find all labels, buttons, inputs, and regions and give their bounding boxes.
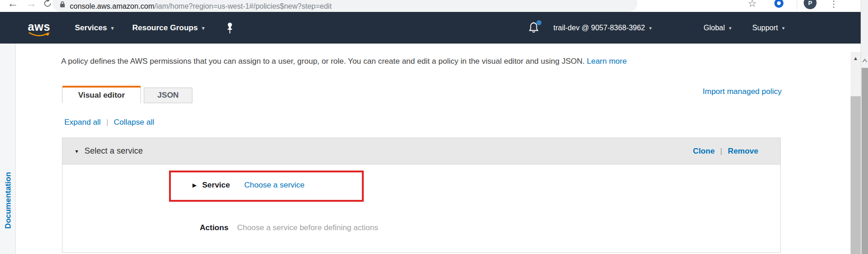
browser-menu-icon[interactable]: ⋮ [829, 0, 838, 10]
editor-tabs: Visual editor JSON [62, 86, 192, 103]
service-label: Service [202, 181, 230, 190]
refresh-icon[interactable] [43, 0, 52, 10]
expand-collapse-row: Expand all | Collapse all [64, 118, 154, 127]
panel-body: ▶ Service Choose a service Actions Choos… [62, 165, 780, 253]
pin-icon[interactable] [226, 22, 234, 34]
nav-resource-groups-menu[interactable]: Resource Groups ▾ [132, 23, 204, 33]
remove-link[interactable]: Remove [728, 147, 758, 156]
actions-label: Actions [200, 223, 228, 232]
scroll-up-arrow-icon[interactable]: ▲ [851, 52, 861, 65]
chevron-down-icon: ▾ [729, 25, 732, 31]
profile-avatar[interactable]: P [804, 0, 817, 9]
clone-link[interactable]: Clone [693, 147, 715, 156]
aws-logo-text: aws [28, 22, 51, 32]
forward-icon[interactable]: → [26, 0, 37, 9]
learn-more-link[interactable]: Learn more [587, 57, 627, 66]
expand-all-link[interactable]: Expand all [64, 118, 101, 127]
region-menu[interactable]: Global ▾ [704, 24, 732, 32]
tab-json[interactable]: JSON [144, 88, 192, 103]
divider: | [720, 147, 722, 156]
browser-toolbar: ← → console.aws.amazon.com/iam/home?regi… [0, 0, 861, 12]
toolbar-divider [797, 0, 797, 9]
actions-hint: Choose a service before defining actions [237, 223, 378, 232]
aws-logo[interactable]: aws [28, 22, 51, 38]
triangle-right-icon[interactable]: ▶ [192, 182, 197, 188]
service-row: ▶ Service Choose a service [192, 181, 304, 190]
aws-navbar: aws Services ▾ Resource Groups ▾ trail-d… [0, 12, 861, 44]
support-label: Support [752, 24, 778, 32]
select-service-toggle[interactable]: ▾ Select a service [75, 146, 143, 156]
back-icon[interactable]: ← [7, 0, 18, 9]
window-scroll-up-icon[interactable] [861, 56, 868, 65]
select-service-label: Select a service [85, 146, 143, 156]
documentation-tab[interactable]: Documentation [3, 166, 14, 235]
chevron-down-icon: ▾ [782, 25, 785, 31]
account-menu[interactable]: trail-dev @ 9057-8368-3962 ▾ [553, 24, 652, 32]
panel-header: ▾ Select a service Clone | Remove [62, 138, 780, 165]
choose-a-service-link[interactable]: Choose a service [244, 181, 304, 190]
chevron-down-icon: ▾ [111, 25, 114, 31]
collapse-all-link[interactable]: Collapse all [114, 118, 154, 127]
tab-visual-editor[interactable]: Visual editor [62, 86, 141, 103]
actions-row: Actions Choose a service before defining… [200, 223, 378, 232]
bookmark-star-icon[interactable]: ☆ [748, 0, 757, 9]
content-scrollbar-track[interactable]: ▲ [851, 52, 861, 254]
import-managed-policy-link[interactable]: Import managed policy [703, 87, 782, 96]
content-scrollbar-thumb[interactable] [851, 96, 861, 254]
policy-statement-panel: ▾ Select a service Clone | Remove ▶ Serv… [62, 138, 781, 253]
url-host: console.aws.amazon.com [70, 2, 154, 10]
window-scrollbar-track[interactable] [861, 0, 868, 254]
url-path: /iam/home?region=us-west-1#/policies$new… [154, 2, 332, 10]
extension-icon[interactable] [774, 0, 783, 8]
nav-resource-groups-label: Resource Groups [132, 23, 198, 33]
region-label: Global [704, 24, 725, 32]
window-scrollbar-thumb[interactable] [862, 68, 868, 254]
policy-intro: A policy defines the AWS permissions tha… [61, 55, 778, 67]
aws-smile-icon [28, 32, 51, 38]
chevron-down-icon: ▾ [649, 25, 652, 31]
divider: | [106, 118, 108, 127]
nav-services-label: Services [75, 23, 107, 33]
account-label: trail-dev @ 9057-8368-3962 [553, 24, 645, 32]
address-bar[interactable]: console.aws.amazon.com/iam/home?region=u… [52, 0, 637, 12]
support-menu[interactable]: Support ▾ [752, 24, 785, 32]
notifications-bell[interactable] [528, 21, 540, 35]
lock-icon[interactable] [60, 1, 65, 10]
notification-dot [536, 20, 541, 25]
triangle-down-icon: ▾ [75, 148, 78, 155]
nav-services-menu[interactable]: Services ▾ [75, 23, 113, 33]
chevron-down-icon: ▾ [202, 25, 205, 31]
policy-intro-text: A policy defines the AWS permissions tha… [61, 57, 585, 66]
